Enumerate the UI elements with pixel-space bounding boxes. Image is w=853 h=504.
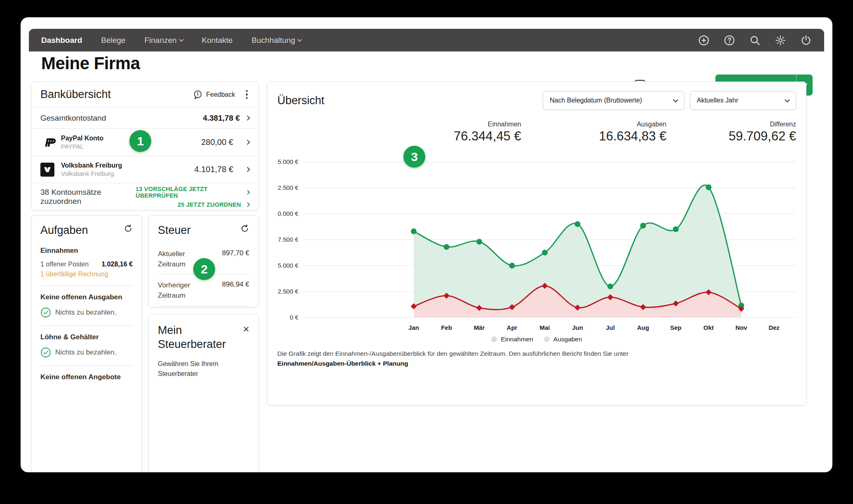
total-balance-value: 4.381,78 €	[203, 114, 240, 123]
svg-text:Apr: Apr	[507, 324, 518, 331]
link-label: 13 VORSCHLÄGE JETZT ÜBERPRÜFEN	[136, 186, 241, 199]
check-circle-icon	[40, 347, 51, 358]
search-icon[interactable]	[749, 35, 761, 46]
refresh-icon[interactable]	[124, 224, 133, 235]
feedback-label: Feedback	[206, 91, 235, 98]
overview-stats: Einnahmen 76.344,45 € Ausgaben 16.634,83…	[277, 121, 796, 144]
advisor-card-title: Mein Steuerberater	[158, 324, 232, 352]
svg-text:10.000 €: 10.000 €	[277, 210, 299, 217]
total-balance-row[interactable]: Gesamtkontostand 4.381,78 €	[31, 107, 258, 128]
page-title: Meine Firma	[41, 54, 140, 73]
overview-card: Übersicht Nach Belegdatum (Bruttowerte) …	[267, 82, 806, 406]
kebab-menu-icon[interactable]	[244, 89, 250, 100]
nav-item-label: Buchhaltung	[252, 36, 295, 45]
paypal-icon: PP	[40, 136, 54, 149]
nav-item-dashboard[interactable]: Dashboard	[41, 36, 82, 45]
help-icon[interactable]	[724, 35, 735, 46]
legend-item-einnahmen: Einnahmen	[491, 336, 533, 343]
nav-item-belege[interactable]: Belege	[101, 36, 125, 45]
legend-swatch	[491, 336, 497, 342]
svg-text:Dez: Dez	[769, 324, 780, 331]
total-balance-label: Gesamtkontostand	[40, 114, 106, 123]
chevron-right-icon	[245, 190, 250, 194]
svg-text:15.000 €: 15.000 €	[277, 158, 299, 165]
svg-text:Feb: Feb	[441, 324, 452, 331]
nav-item-label: Finanzen	[144, 36, 176, 45]
bank-account-row-volksbank[interactable]: Volksbank Freiburg Volksbank Freiburg 4.…	[31, 156, 258, 183]
tax-card-header: Steuer	[158, 224, 249, 237]
overdue-invoice-link[interactable]: 1 überfällige Rechnung	[40, 271, 133, 278]
svg-text:Jul: Jul	[606, 324, 615, 331]
stat-value: 16.634,83 €	[599, 129, 666, 144]
app-window: Dashboard Belege Finanzen Kontakte Buchh…	[21, 17, 832, 472]
chevron-down-icon	[785, 97, 790, 103]
date-basis-select[interactable]: Nach Belegdatum (Bruttowerte)	[543, 91, 684, 110]
open-item-label: 1 offener Posten	[40, 261, 89, 268]
check-circle-icon	[40, 307, 51, 318]
income-section-header: Einnahmen	[40, 247, 133, 255]
chevron-down-icon	[673, 97, 678, 103]
overview-header: Übersicht Nach Belegdatum (Bruttowerte) …	[277, 91, 796, 110]
account-name: PayPal Konto	[61, 135, 103, 142]
divider	[40, 365, 133, 366]
callout-badge-2: 2	[193, 258, 215, 280]
svg-text:Jun: Jun	[572, 324, 583, 331]
chevron-down-icon	[179, 37, 183, 42]
account-subtitle: Volksbank Freiburg	[61, 170, 122, 177]
svg-text:Mai: Mai	[539, 324, 550, 331]
review-suggestions-link[interactable]: 13 VORSCHLÄGE JETZT ÜBERPRÜFEN	[136, 186, 249, 199]
divider	[40, 325, 133, 326]
svg-text:2.500 €: 2.500 €	[278, 288, 299, 295]
stat-value: 76.344,45 €	[454, 129, 521, 144]
feedback-button[interactable]: Feedback	[193, 90, 235, 100]
stat-label: Einnahmen	[488, 121, 521, 128]
chevron-right-icon	[245, 167, 250, 172]
link-label: 25 JETZT ZUORDNEN	[178, 201, 241, 208]
chart-legend: Einnahmen Ausgaben	[277, 336, 796, 343]
date-basis-value: Nach Belegdatum (Bruttowerte)	[550, 97, 642, 104]
nav-item-label: Dashboard	[41, 36, 82, 45]
footnote-text: Die Grafik zeigt den Einnahmen-/Ausgaben…	[277, 350, 628, 357]
add-icon[interactable]	[698, 35, 710, 46]
assign-now-link[interactable]: 25 JETZT ZUORDNEN	[178, 201, 249, 208]
callout-badge-3: 3	[403, 146, 425, 168]
tax-advisor-card: Mein Steuerberater × Gewähren Sie Ihrem …	[148, 314, 259, 472]
svg-text:Aug: Aug	[637, 324, 649, 331]
account-subtitle: PAYPAL	[61, 143, 103, 150]
volksbank-icon	[40, 163, 54, 177]
expenses-status-row: Nichts zu bezahlen.	[40, 307, 133, 318]
power-icon[interactable]	[800, 35, 812, 46]
overview-chart-svg: 0 €2.500 €5.000 €7.500 €10.000 €12.500 €…	[277, 149, 797, 333]
open-item-value: 1.028,16 €	[101, 261, 133, 268]
account-balance: 280,00 €	[201, 138, 233, 147]
svg-text:7.500 €: 7.500 €	[278, 236, 299, 243]
account-name: Volksbank Freiburg	[61, 162, 122, 169]
tax-period-value: 896,94 €	[222, 280, 249, 301]
period-value: Aktuelles Jahr	[697, 97, 738, 104]
feedback-icon	[193, 90, 203, 100]
stat-label: Differenz	[770, 121, 796, 128]
chevron-right-icon	[245, 140, 250, 145]
legend-label: Ausgaben	[553, 336, 582, 343]
refresh-icon[interactable]	[240, 224, 249, 235]
nav-item-finanzen[interactable]: Finanzen	[144, 36, 183, 45]
tax-period-label: Vorheriger Zeitraum	[158, 280, 203, 301]
stat-value: 59.709,62 €	[729, 129, 796, 144]
divider	[40, 285, 133, 286]
footnote-report-link[interactable]: Einnahmen/Ausgaben-Überblick + Planung	[277, 360, 408, 367]
stat-label: Ausgaben	[637, 121, 666, 128]
close-icon[interactable]: ×	[243, 324, 249, 334]
settings-icon[interactable]	[775, 35, 786, 46]
svg-text:0 €: 0 €	[290, 314, 299, 321]
svg-text:12.500 €: 12.500 €	[277, 184, 299, 191]
open-item-row[interactable]: 1 offener Posten 1.028,16 €	[40, 261, 133, 268]
tasks-card-title: Aufgaben	[40, 224, 88, 237]
period-select[interactable]: Aktuelles Jahr	[690, 91, 796, 110]
stat-ausgaben: Ausgaben 16.634,83 €	[521, 121, 667, 144]
nav-item-kontakte[interactable]: Kontakte	[202, 36, 233, 45]
nav-item-buchhaltung[interactable]: Buchhaltung	[252, 36, 302, 45]
tasks-card-header: Aufgaben	[40, 224, 133, 237]
svg-text:Nov: Nov	[736, 324, 748, 331]
legend-swatch	[544, 336, 550, 342]
nav-icon-group	[698, 35, 812, 46]
